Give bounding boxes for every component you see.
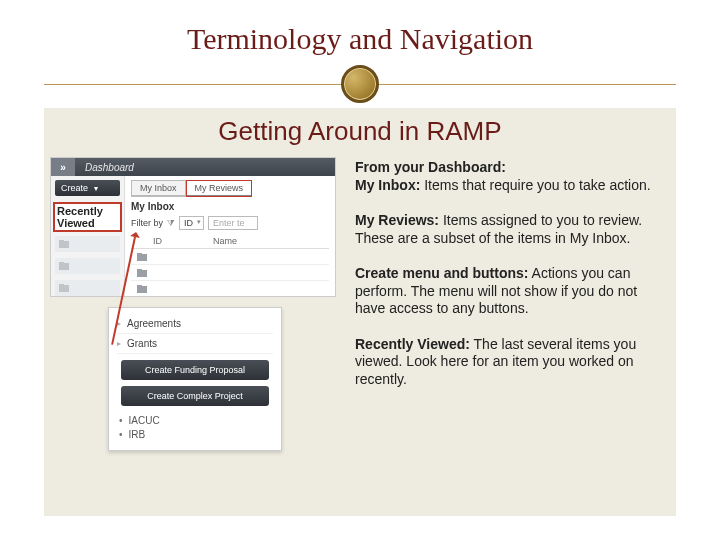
- svg-rect-0: [59, 241, 69, 248]
- divider: [44, 64, 676, 104]
- menu-cat-label: Grants: [127, 338, 157, 349]
- para-key: Recently Viewed:: [355, 336, 470, 352]
- menu-category-grants[interactable]: Grants: [117, 334, 273, 354]
- dashboard-screenshot: » Dashboard Create Recently Viewed: [50, 157, 336, 297]
- filter-text-input[interactable]: Enter te: [208, 216, 258, 230]
- expand-icon[interactable]: »: [51, 158, 75, 176]
- illustration-column: » Dashboard Create Recently Viewed: [50, 157, 345, 451]
- col-name[interactable]: Name: [213, 236, 237, 246]
- para-key: Create menu and buttons:: [355, 265, 528, 281]
- funnel-icon[interactable]: ⧩: [167, 218, 175, 229]
- para-recently-viewed: Recently Viewed: The last several items …: [355, 336, 656, 389]
- menu-item-label: IRB: [129, 429, 146, 440]
- menu-item-irb[interactable]: IRB: [117, 426, 273, 440]
- folder-icon: [58, 261, 70, 271]
- create-menu-screenshot: Agreements Grants Create Funding Proposa…: [108, 307, 282, 451]
- page-title: Terminology and Navigation: [0, 22, 720, 56]
- content-columns: » Dashboard Create Recently Viewed: [44, 157, 676, 451]
- para-text: Items that require you to take action.: [420, 177, 650, 193]
- create-funding-proposal-button[interactable]: Create Funding Proposal: [121, 360, 269, 380]
- para-dashboard: From your Dashboard: My Inbox: Items tha…: [355, 159, 656, 194]
- svg-rect-3: [59, 262, 64, 264]
- para-create-menu: Create menu and buttons: Actions you can…: [355, 265, 656, 318]
- para-lead: From your Dashboard:: [355, 159, 506, 175]
- folder-icon: [58, 283, 70, 293]
- create-complex-project-button[interactable]: Create Complex Project: [121, 386, 269, 406]
- seal-icon: [341, 65, 379, 103]
- svg-rect-5: [59, 284, 64, 286]
- filter-field-select[interactable]: ID: [179, 216, 204, 230]
- folder-icon: [58, 239, 70, 249]
- tabs: My Inbox My Reviews: [131, 180, 329, 197]
- create-button[interactable]: Create: [55, 180, 120, 196]
- svg-rect-9: [137, 269, 142, 271]
- para-key: My Inbox:: [355, 177, 420, 193]
- folder-icon: [136, 268, 148, 278]
- svg-rect-10: [137, 286, 147, 293]
- menu-item-label: IACUC: [129, 415, 160, 426]
- main-area: My Inbox My Reviews My Inbox Filter by ⧩…: [125, 176, 335, 296]
- dashboard-body: Create Recently Viewed: [51, 176, 335, 296]
- col-id[interactable]: ID: [153, 236, 213, 246]
- para-my-reviews: My Reviews: Items assigned to you to rev…: [355, 212, 656, 247]
- para-key: My Reviews:: [355, 212, 439, 228]
- menu-category-agreements[interactable]: Agreements: [117, 314, 273, 334]
- folder-icon: [136, 284, 148, 294]
- topbar: » Dashboard: [51, 158, 335, 176]
- table-row[interactable]: [131, 281, 329, 297]
- topbar-dashboard[interactable]: Dashboard: [75, 162, 144, 173]
- svg-rect-8: [137, 270, 147, 277]
- svg-rect-6: [137, 254, 147, 261]
- table-row[interactable]: [131, 249, 329, 265]
- text-column: From your Dashboard: My Inbox: Items tha…: [345, 157, 670, 451]
- svg-rect-11: [137, 285, 142, 287]
- recent-item[interactable]: [55, 258, 120, 274]
- svg-rect-2: [59, 263, 69, 270]
- folder-icon: [136, 252, 148, 262]
- sidebar: Create Recently Viewed: [51, 176, 125, 296]
- table-header: ID Name: [131, 236, 329, 249]
- recent-item[interactable]: [55, 236, 120, 252]
- menu-cat-label: Agreements: [127, 318, 181, 329]
- svg-rect-7: [137, 253, 142, 255]
- svg-rect-1: [59, 240, 64, 242]
- content-panel: Getting Around in RAMP » Dashboard Creat…: [44, 108, 676, 516]
- tab-my-reviews[interactable]: My Reviews: [186, 180, 253, 197]
- subtitle: Getting Around in RAMP: [44, 108, 676, 157]
- recently-viewed-label[interactable]: Recently Viewed: [55, 204, 120, 230]
- menu-item-iacuc[interactable]: IACUC: [117, 412, 273, 426]
- create-label: Create: [61, 183, 88, 193]
- inbox-heading: My Inbox: [131, 201, 329, 212]
- title-area: Terminology and Navigation: [0, 0, 720, 60]
- svg-rect-4: [59, 285, 69, 292]
- table-row[interactable]: [131, 265, 329, 281]
- tab-my-inbox[interactable]: My Inbox: [131, 180, 186, 197]
- filter-bar: Filter by ⧩ ID Enter te: [131, 216, 329, 230]
- recent-item[interactable]: [55, 280, 120, 296]
- slide: Terminology and Navigation Getting Aroun…: [0, 0, 720, 540]
